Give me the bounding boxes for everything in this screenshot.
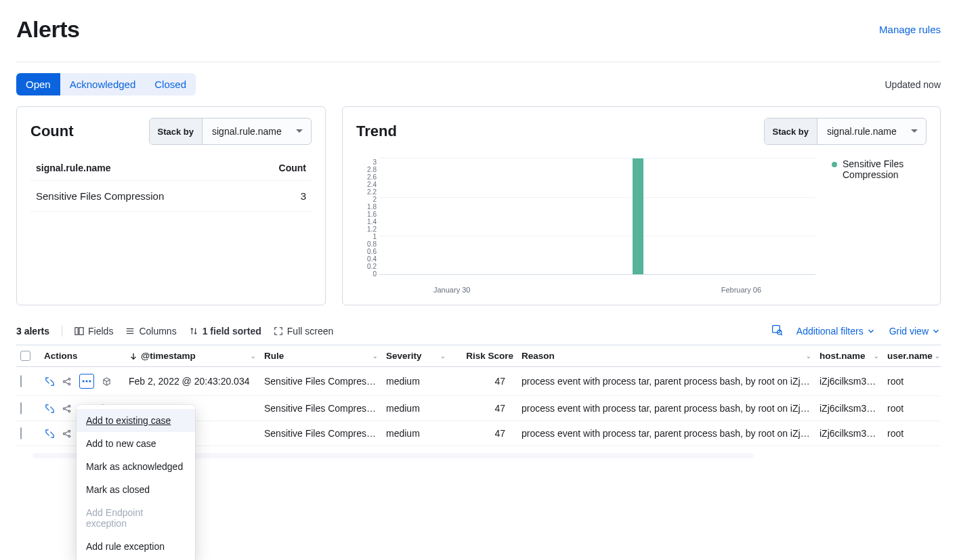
fields-button[interactable]: Fields bbox=[75, 326, 113, 337]
col-rule[interactable]: Rule⌄ bbox=[260, 345, 382, 366]
count-title: Count bbox=[30, 123, 74, 140]
col-timestamp[interactable]: @timestamp⌄ bbox=[125, 345, 260, 366]
more-actions-icon[interactable] bbox=[79, 374, 94, 389]
svg-rect-1 bbox=[79, 328, 83, 335]
svg-rect-12 bbox=[86, 381, 88, 383]
tab-closed[interactable]: Closed bbox=[145, 73, 196, 95]
row-actions-popover: Add to existing case Add to new case Mar… bbox=[77, 405, 195, 458]
grid-view-button[interactable]: Grid view bbox=[889, 326, 941, 337]
grid-header-row: Actions @timestamp⌄ Rule⌄ Severity⌄ Risk… bbox=[16, 345, 941, 367]
fullscreen-icon bbox=[274, 326, 283, 336]
expand-icon[interactable] bbox=[44, 403, 55, 414]
svg-rect-13 bbox=[89, 381, 91, 383]
row-checkbox[interactable] bbox=[20, 402, 22, 414]
svg-point-15 bbox=[68, 405, 70, 407]
svg-rect-11 bbox=[83, 381, 85, 383]
count-stackby-select[interactable]: Stack by signal.rule.name bbox=[149, 118, 312, 145]
cell-rule: Sensitive Files Compression bbox=[260, 369, 382, 393]
expand-icon[interactable] bbox=[44, 376, 55, 387]
svg-point-14 bbox=[63, 408, 65, 410]
svg-point-21 bbox=[68, 430, 70, 432]
count-row-name: Sensitive Files Compression bbox=[36, 190, 164, 202]
expand-icon[interactable] bbox=[44, 428, 55, 439]
stackby-value: signal.rule.name bbox=[203, 126, 311, 137]
cell-reason: process event with process tar, parent p… bbox=[517, 369, 815, 393]
trend-panel: Trend Stack by signal.rule.name 3 2.8 2.… bbox=[342, 106, 941, 305]
svg-point-9 bbox=[68, 378, 70, 380]
svg-point-8 bbox=[63, 381, 65, 383]
svg-point-22 bbox=[68, 435, 70, 437]
col-risk[interactable]: Risk Score⌄ bbox=[450, 345, 517, 366]
inspect-icon[interactable] bbox=[771, 324, 783, 338]
cell-user: root bbox=[883, 421, 944, 446]
y-axis: 3 2.8 2.6 2.4 2.2 2 1.8 1.6 1.4 1.2 1 0.… bbox=[356, 158, 377, 275]
svg-point-10 bbox=[68, 383, 70, 385]
trend-legend: Sensitive Files Compression bbox=[832, 158, 927, 294]
updated-now-label: Updated now bbox=[885, 79, 941, 90]
analyze-icon[interactable] bbox=[62, 428, 72, 439]
count-panel: Count Stack by signal.rule.name signal.r… bbox=[16, 106, 326, 305]
col-host[interactable]: host.name⌄ bbox=[815, 345, 883, 366]
sort-button[interactable]: 1 field sorted bbox=[189, 326, 261, 337]
grid-toolbar: 3 alerts Fields Columns 1 field sorted F… bbox=[16, 322, 941, 345]
chevron-down-icon bbox=[866, 326, 876, 336]
menu-add-new-case[interactable]: Add to new case bbox=[77, 432, 195, 455]
svg-point-16 bbox=[68, 410, 70, 412]
cell-host: iZj6cilksm3s… bbox=[815, 396, 883, 421]
cube-icon[interactable] bbox=[101, 376, 112, 387]
plot-area bbox=[379, 158, 815, 275]
count-row: Sensitive Files Compression 3 bbox=[30, 181, 312, 212]
row-checkbox[interactable] bbox=[20, 375, 22, 387]
cell-reason: process event with process tar, parent p… bbox=[517, 396, 815, 421]
trend-chart: 3 2.8 2.6 2.4 2.2 2 1.8 1.6 1.4 1.2 1 0.… bbox=[356, 158, 815, 294]
cell-risk: 47 bbox=[450, 396, 517, 421]
cell-rule: Sensitive Files Compression bbox=[260, 421, 382, 446]
tab-open[interactable]: Open bbox=[16, 73, 60, 95]
table-row: Feb 2, 2022 @ 20:43:20.034 Sensitive Fil… bbox=[16, 367, 941, 396]
list-icon bbox=[125, 326, 135, 336]
fullscreen-button[interactable]: Full screen bbox=[274, 326, 333, 337]
cell-rule: Sensitive Files Compression bbox=[260, 396, 382, 421]
tab-acknowledged[interactable]: Acknowledged bbox=[60, 73, 146, 95]
page-header: Alerts Manage rules bbox=[16, 16, 941, 62]
arrow-down-icon bbox=[129, 351, 138, 361]
cell-user: root bbox=[883, 369, 944, 393]
svg-rect-0 bbox=[75, 328, 78, 335]
cell-risk: 47 bbox=[450, 369, 517, 393]
cell-severity: medium bbox=[382, 421, 450, 446]
legend-swatch-icon bbox=[832, 162, 837, 167]
cell-user: root bbox=[883, 396, 944, 421]
additional-filters-button[interactable]: Additional filters bbox=[796, 326, 876, 337]
select-all-checkbox[interactable] bbox=[20, 351, 30, 361]
analyze-icon[interactable] bbox=[62, 376, 72, 387]
trend-title: Trend bbox=[356, 123, 397, 140]
manage-rules-link[interactable]: Manage rules bbox=[879, 24, 941, 35]
cell-host: iZj6cilksm3s… bbox=[815, 369, 883, 393]
count-col-count: Count bbox=[279, 163, 306, 173]
divider bbox=[62, 326, 62, 337]
fields-icon bbox=[75, 326, 84, 336]
svg-rect-5 bbox=[772, 326, 780, 333]
columns-button[interactable]: Columns bbox=[125, 326, 176, 337]
analyze-icon[interactable] bbox=[62, 403, 72, 414]
cell-severity: medium bbox=[382, 369, 450, 393]
legend-label: Sensitive Files Compression bbox=[843, 158, 927, 180]
cell-timestamp: Feb 2, 2022 @ 20:43:20.034 bbox=[125, 369, 260, 393]
status-tabs: Open Acknowledged Closed bbox=[16, 73, 196, 95]
row-checkbox[interactable] bbox=[20, 427, 22, 439]
x-axis: January 30 February 06 bbox=[379, 282, 815, 294]
col-reason[interactable]: Reason⌄ bbox=[517, 345, 815, 366]
cell-reason: process event with process tar, parent p… bbox=[517, 421, 815, 446]
stackby-value: signal.rule.name bbox=[817, 126, 926, 137]
col-user[interactable]: user.name⌄ bbox=[883, 345, 944, 366]
count-col-name: signal.rule.name bbox=[36, 163, 110, 173]
menu-mark-acknowledged[interactable]: Mark as acknowledged bbox=[77, 455, 195, 458]
stackby-label: Stack by bbox=[765, 119, 817, 144]
trend-stackby-select[interactable]: Stack by signal.rule.name bbox=[764, 118, 927, 145]
stackby-label: Stack by bbox=[150, 119, 203, 144]
page-title: Alerts bbox=[16, 16, 79, 43]
cell-severity: medium bbox=[382, 396, 450, 421]
menu-add-existing-case[interactable]: Add to existing case bbox=[77, 409, 195, 432]
sort-icon bbox=[189, 326, 198, 336]
col-severity[interactable]: Severity⌄ bbox=[382, 345, 450, 366]
